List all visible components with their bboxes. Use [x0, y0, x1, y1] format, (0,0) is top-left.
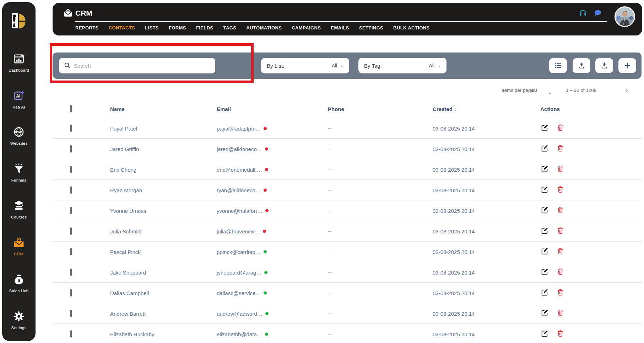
add-contact-button[interactable]: [618, 58, 636, 73]
contact-name-link[interactable]: Ryan Morgan: [110, 187, 142, 193]
row-checkbox[interactable]: [70, 289, 72, 297]
edit-contact-button[interactable]: [540, 268, 549, 276]
row-checkbox[interactable]: [70, 125, 72, 132]
row-checkbox[interactable]: [70, 310, 72, 317]
row-checkbox[interactable]: [70, 207, 72, 214]
contact-name-link[interactable]: Andrew Barrett: [110, 310, 146, 316]
sidebar-item-label: Kea AI: [2, 105, 36, 109]
contact-name-link[interactable]: Dallas Campbell: [110, 290, 149, 296]
tab-lists[interactable]: LISTS: [145, 25, 159, 31]
column-header-phone[interactable]: Phone: [328, 106, 344, 112]
contact-name-link[interactable]: Julia Schmidt: [110, 228, 142, 234]
edit-contact-button[interactable]: [540, 165, 549, 173]
contact-name-link[interactable]: Jared Griffin: [110, 146, 139, 152]
tab-contacts[interactable]: CONTACTS: [109, 25, 135, 31]
caret-down-icon: [548, 89, 552, 93]
tab-emails[interactable]: EMAILS: [331, 25, 349, 31]
manage-columns-button[interactable]: [549, 58, 567, 73]
app-logo[interactable]: [9, 11, 28, 31]
edit-contact-button[interactable]: [540, 247, 549, 256]
tab-fields[interactable]: FIELDS: [196, 25, 213, 31]
contact-email: payal@adaptptn…: [217, 125, 267, 131]
edit-contact-button[interactable]: [540, 144, 549, 153]
edit-contact-button[interactable]: [540, 124, 549, 132]
contact-name-link[interactable]: Pascal Pinck: [110, 249, 141, 255]
delete-contact-button[interactable]: [556, 124, 564, 132]
sidebar-item-crm[interactable]: CRM: [2, 237, 36, 256]
by-list-filter[interactable]: By List: All: [261, 58, 349, 73]
delete-contact-button[interactable]: [556, 330, 564, 338]
sidebar-item-sales-hub[interactable]: $Sales Hub: [2, 273, 36, 293]
column-header-email[interactable]: Email: [217, 106, 231, 112]
sidebar-item-settings[interactable]: Settings: [2, 310, 36, 330]
row-checkbox[interactable]: [70, 166, 72, 173]
contact-name-link[interactable]: Elizabeth Huckaby: [110, 331, 154, 337]
import-button[interactable]: [573, 58, 590, 73]
select-all-checkbox[interactable]: [70, 105, 72, 112]
contact-name-link[interactable]: Payal Patel: [110, 125, 137, 131]
contact-created: 03-08-2025 20:14: [433, 331, 475, 337]
sidebar-item-courses[interactable]: Courses: [2, 200, 36, 219]
globe-icon: www: [13, 126, 25, 138]
tab-reports[interactable]: REPORTS: [75, 25, 99, 31]
table-row: Dallas Campbelldallasc@service…--03-08-2…: [53, 282, 642, 303]
sidebar-item-funnels[interactable]: Funnels: [2, 163, 36, 182]
sort-desc-icon: ↓: [453, 106, 457, 112]
contact-phone: --: [328, 167, 332, 172]
header-divider: [75, 21, 607, 22]
row-checkbox[interactable]: [70, 145, 72, 153]
contact-name-link[interactable]: Jake Sheppard: [110, 269, 146, 275]
row-checkbox[interactable]: [70, 248, 72, 255]
support-headset-icon[interactable]: [579, 9, 587, 17]
row-checkbox[interactable]: [70, 227, 72, 235]
table-row: Yvonne Urnessyvonne@hulafort…--03-08-202…: [53, 200, 642, 221]
edit-contact-button[interactable]: [540, 309, 549, 317]
tab-automations[interactable]: AUTOMATIONS: [246, 25, 282, 31]
row-checkbox[interactable]: [70, 330, 72, 338]
delete-contact-button[interactable]: [556, 144, 564, 153]
user-avatar[interactable]: [615, 6, 635, 27]
tab-bulk-actions[interactable]: BULK ACTIONS: [393, 25, 430, 31]
delete-contact-button[interactable]: [556, 186, 564, 194]
funnel-icon: [13, 163, 25, 175]
contact-phone: --: [328, 208, 332, 214]
email-status-dot-red: [265, 209, 269, 212]
delete-contact-button[interactable]: [556, 247, 564, 256]
delete-contact-button[interactable]: [556, 206, 564, 215]
edit-contact-button[interactable]: [540, 288, 549, 297]
sidebar-item-dashboard[interactable]: Dashboard: [2, 53, 36, 72]
row-checkbox[interactable]: [70, 269, 72, 276]
contact-name-link[interactable]: Eric Chong: [110, 166, 136, 172]
tab-tags[interactable]: TAGS: [223, 25, 237, 31]
tab-forms[interactable]: FORMS: [169, 25, 186, 31]
sidebar-item-websites[interactable]: wwwWebsites: [2, 126, 36, 145]
delete-contact-button[interactable]: [556, 268, 564, 276]
contact-email-text: julia@bravenew…: [217, 228, 260, 234]
tab-settings[interactable]: SETTINGS: [359, 25, 383, 31]
column-header-name[interactable]: Name: [110, 106, 125, 112]
delete-contact-button[interactable]: [556, 165, 564, 173]
delete-contact-button[interactable]: [556, 288, 564, 297]
edit-contact-button[interactable]: [540, 186, 549, 194]
row-checkbox[interactable]: [70, 186, 72, 194]
search-input[interactable]: [74, 58, 212, 73]
chat-icon[interactable]: [594, 9, 602, 17]
delete-contact-button[interactable]: [556, 227, 564, 235]
next-page-button[interactable]: [624, 85, 632, 96]
contact-email: elizabethh@data…: [217, 331, 268, 337]
tab-campaigns[interactable]: CAMPAIGNS: [292, 25, 321, 31]
edit-contact-button[interactable]: [540, 206, 549, 215]
by-tag-filter[interactable]: By Tag: All: [358, 58, 447, 73]
edit-contact-button[interactable]: [540, 330, 549, 338]
delete-contact-button[interactable]: [556, 309, 564, 317]
contact-email: yvonne@hulafort…: [217, 208, 269, 214]
contact-created: 03-08-2025 20:14: [433, 249, 475, 255]
contact-phone: --: [328, 146, 332, 152]
export-button[interactable]: [595, 58, 613, 73]
sidebar-item-kea-ai[interactable]: AIKea AI: [2, 90, 36, 109]
email-status-dot-green: [264, 250, 267, 253]
items-per-page-select[interactable]: 20: [532, 85, 552, 96]
contact-name-link[interactable]: Yvonne Urness: [110, 208, 146, 214]
column-header-created[interactable]: Created ↓: [433, 106, 457, 112]
edit-contact-button[interactable]: [540, 227, 549, 235]
